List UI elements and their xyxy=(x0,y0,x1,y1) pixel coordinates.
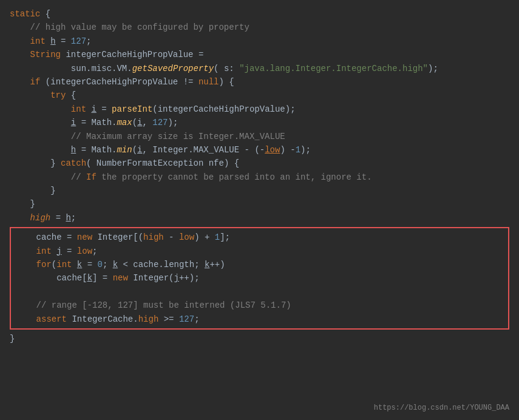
code-line: static { xyxy=(10,7,509,21)
code-line: if (integerCacheHighPropValue != null) { xyxy=(10,75,509,89)
code-line: h = Math.min(i, Integer.MAX_VALUE - (-lo… xyxy=(10,143,509,157)
code-container: static { // high value may be configured… xyxy=(0,0,519,420)
code-line: i = Math.max(i, 127); xyxy=(10,116,509,129)
code-line: // Maximum array size is Integer.MAX_VAL… xyxy=(10,130,509,143)
code-line: try { xyxy=(10,89,509,102)
url-attribution: https://blog.csdn.net/YOUNG_DAA xyxy=(374,402,509,414)
highlighted-code-block: cache = new Integer[(high - low) + 1]; i… xyxy=(10,227,509,330)
code-line: String integerCacheHighPropValue = xyxy=(10,48,509,61)
code-line: cache[k] = new Integer(j++); xyxy=(16,271,503,285)
code-line: } catch( NumberFormatException nfe) { xyxy=(10,157,509,170)
code-line: cache = new Integer[(high - low) + 1]; xyxy=(16,231,503,244)
code-line xyxy=(16,285,503,299)
code-line: assert IntegerCache.high >= 127; xyxy=(16,313,503,326)
code-line: int h = 127; xyxy=(10,35,509,48)
code-line: for(int k = 0; k < cache.length; k++) xyxy=(16,258,503,271)
code-line: int j = low; xyxy=(16,245,503,258)
code-line: } xyxy=(10,197,509,211)
code-line: // If the property cannot be parsed into… xyxy=(10,171,509,184)
code-line: high = h; xyxy=(10,211,509,225)
code-line: int i = parseInt(integerCacheHighPropVal… xyxy=(10,103,509,116)
code-line: sun.misc.VM.getSavedProperty( s: "java.l… xyxy=(10,62,509,75)
closing-brace: } xyxy=(10,332,509,345)
code-line: } xyxy=(10,184,509,197)
code-line: // range [-128, 127] must be interned (J… xyxy=(16,299,503,312)
code-line: // high value may be configured by prope… xyxy=(10,21,509,34)
